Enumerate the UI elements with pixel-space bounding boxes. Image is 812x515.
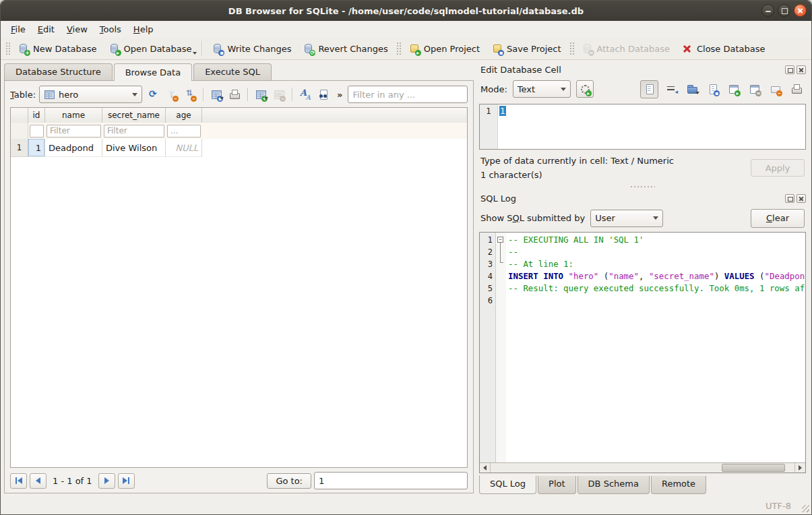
close-database-button[interactable]: Close Database xyxy=(676,40,772,57)
export-data-icon: ▪ xyxy=(708,84,718,94)
revert-changes-icon: ⟳ xyxy=(303,43,314,54)
column-header-name[interactable]: name xyxy=(45,108,102,123)
word-wrap-button[interactable] xyxy=(663,81,679,97)
cell-id[interactable]: 1 xyxy=(28,139,45,157)
column-header-secret-name[interactable]: secret_name xyxy=(102,108,166,123)
filter-cell: ... xyxy=(166,123,202,139)
horizontal-scrollbar[interactable] xyxy=(480,462,805,473)
clear-sorting-button[interactable]: – xyxy=(182,86,198,102)
titlebar[interactable]: DB Browser for SQLite - /home/user/code/… xyxy=(1,1,811,21)
filter-input-id[interactable] xyxy=(30,125,44,138)
revert-changes-button[interactable]: ⟳Revert Changes xyxy=(297,40,394,57)
window-title: DB Browser for SQLite - /home/user/code/… xyxy=(228,6,584,16)
filter-cell xyxy=(28,123,45,139)
dropdown-caret-icon xyxy=(193,52,197,57)
menu-tools[interactable]: Tools xyxy=(94,22,127,36)
refresh-icon xyxy=(148,89,159,100)
goto-input[interactable] xyxy=(314,472,468,489)
filter-input-secret-name[interactable]: Filter xyxy=(104,125,164,138)
line-number: 5 xyxy=(480,282,495,295)
toolbar-overflow-icon[interactable]: » xyxy=(337,90,342,100)
line-number: 4 xyxy=(480,270,495,282)
table-select[interactable]: hero xyxy=(39,86,142,103)
dock-tab-db-schema[interactable]: DB Schema xyxy=(577,476,650,494)
next-record-icon[interactable] xyxy=(98,473,115,489)
menu-help[interactable]: Help xyxy=(127,22,160,36)
sql-code[interactable]: -- EXECUTING ALL IN 'SQL 1'---- At line … xyxy=(506,233,805,462)
float-dock-icon[interactable] xyxy=(785,194,794,203)
scroll-left-icon[interactable] xyxy=(480,463,491,473)
sql-submitter-select[interactable]: User xyxy=(590,210,663,227)
grid-filter-row: FilterFilter... xyxy=(11,123,467,139)
menu-view[interactable]: View xyxy=(61,22,94,36)
dock-splitter-handle[interactable] xyxy=(479,183,806,190)
fold-toggle-icon[interactable] xyxy=(497,237,503,243)
table-label: Table: xyxy=(10,90,36,100)
find-in-table-icon xyxy=(318,89,329,100)
print-table-button[interactable] xyxy=(226,86,243,102)
set-null-button[interactable]: – xyxy=(768,81,784,97)
previous-record-icon[interactable] xyxy=(30,473,46,489)
dock-tabs: SQL LogPlotDB SchemaRemote xyxy=(479,473,806,494)
export-data-button[interactable]: ▪ xyxy=(705,81,721,97)
cell-name[interactable]: Deadpond xyxy=(45,139,102,157)
goto-button[interactable]: Go to: xyxy=(267,473,311,489)
close-icon[interactable] xyxy=(794,4,807,17)
scrollbar-thumb[interactable] xyxy=(722,464,786,472)
cell-age[interactable]: NULL xyxy=(166,139,202,157)
open-project-button[interactable]: ▸Open Project xyxy=(403,40,486,57)
column-header-id[interactable]: id xyxy=(28,108,45,123)
edit-cell-title: Edit Database Cell xyxy=(480,65,783,75)
write-changes-button[interactable]: ▪Write Changes xyxy=(206,40,297,57)
cell-secret-name[interactable]: Dive Wilson xyxy=(102,139,166,157)
cell-editor[interactable]: 1 1 xyxy=(479,104,806,150)
scroll-right-icon[interactable] xyxy=(794,463,805,473)
scrollbar-track[interactable] xyxy=(491,463,794,473)
menu-file[interactable]: File xyxy=(5,22,32,36)
tab-database-structure[interactable]: Database Structure xyxy=(4,63,113,80)
dock-tab-plot[interactable]: Plot xyxy=(538,476,576,494)
copy-link-button[interactable]: ∞ xyxy=(747,81,763,97)
filter-input-age[interactable]: ... xyxy=(167,125,201,138)
insert-record-button[interactable]: + xyxy=(253,86,269,102)
maximize-icon[interactable] xyxy=(778,4,790,17)
tab-browse-data[interactable]: Browse Data xyxy=(114,63,193,81)
clear-log-button[interactable]: Clear xyxy=(751,209,805,228)
column-header-age[interactable]: age xyxy=(166,108,202,123)
auto-apply-button[interactable]: ▸ xyxy=(576,80,594,98)
font-settings-button[interactable] xyxy=(297,86,313,102)
float-dock-icon[interactable] xyxy=(785,65,794,74)
close-dock-icon[interactable] xyxy=(797,194,806,203)
filter-any-input[interactable] xyxy=(348,86,468,103)
dock-tab-remote[interactable]: Remote xyxy=(651,476,706,494)
table-select-value: hero xyxy=(59,90,78,100)
text-mode-button[interactable] xyxy=(640,80,658,98)
sql-gutter: 123456 xyxy=(480,233,496,462)
cell-type-text: Type of data currently in cell: Text / N… xyxy=(480,154,744,168)
filter-input-name[interactable]: Filter xyxy=(46,125,101,138)
menu-edit[interactable]: Edit xyxy=(32,22,61,36)
table-row: 11DeadpondDive WilsonNULL xyxy=(11,139,467,157)
find-in-table-button[interactable] xyxy=(315,86,332,102)
save-table-button[interactable]: ▪ xyxy=(208,86,224,102)
first-record-icon[interactable] xyxy=(10,473,27,489)
copy-link-icon: ∞ xyxy=(749,84,760,94)
import-data-button[interactable] xyxy=(684,81,700,97)
print-cell-button[interactable] xyxy=(788,81,805,97)
clear-all-filters-button[interactable]: – xyxy=(164,86,180,102)
record-navigation: 1 - 1 of 1 Go to: xyxy=(5,468,473,493)
new-database-button[interactable]: +New Database xyxy=(12,40,103,57)
last-record-icon[interactable] xyxy=(118,473,135,489)
tab-execute-sql[interactable]: Execute SQL xyxy=(193,63,272,80)
refresh-button[interactable] xyxy=(146,86,162,102)
close-dock-icon[interactable] xyxy=(797,65,806,74)
open-in-external-button[interactable]: ▸ xyxy=(726,81,742,97)
row-number[interactable]: 1 xyxy=(11,139,28,157)
open-database-button[interactable]: ▸Open Database xyxy=(103,40,198,57)
save-project-button[interactable]: ▪Save Project xyxy=(486,40,567,57)
dock-tab-sql-log[interactable]: SQL Log xyxy=(479,475,536,494)
cell-editor-line-number: 1 xyxy=(480,104,498,149)
mode-select[interactable]: Text xyxy=(513,80,571,98)
minimize-icon[interactable] xyxy=(761,4,774,17)
toolbar-handle xyxy=(569,42,574,55)
